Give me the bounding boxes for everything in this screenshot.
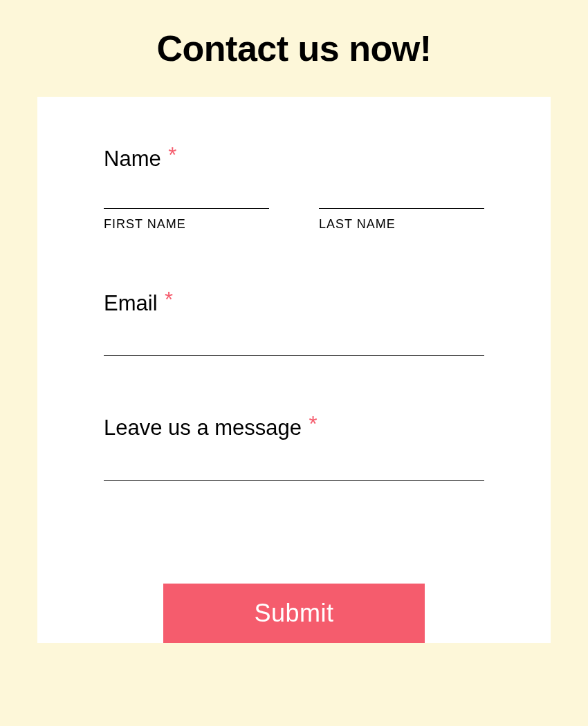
email-label: Email bbox=[104, 291, 158, 316]
message-label: Leave us a message bbox=[104, 416, 302, 440]
page-title: Contact us now! bbox=[0, 0, 588, 97]
first-name-input[interactable] bbox=[104, 184, 269, 209]
required-asterisk-icon: * bbox=[165, 288, 173, 313]
contact-form-card: Name * FIRST NAME LAST NAME Email * Leav… bbox=[37, 97, 551, 643]
email-input[interactable] bbox=[104, 331, 484, 356]
required-asterisk-icon: * bbox=[168, 143, 176, 168]
name-field-group: Name * FIRST NAME LAST NAME bbox=[104, 147, 484, 232]
message-field-group: Leave us a message * bbox=[104, 416, 484, 481]
name-label: Name bbox=[104, 147, 161, 171]
first-name-column: FIRST NAME bbox=[104, 184, 269, 232]
message-input[interactable] bbox=[104, 456, 484, 481]
submit-button[interactable]: Submit bbox=[163, 584, 425, 643]
name-row: FIRST NAME LAST NAME bbox=[104, 184, 484, 232]
email-field-group: Email * bbox=[104, 291, 484, 356]
submit-wrap: Submit bbox=[37, 584, 551, 643]
first-name-sublabel: FIRST NAME bbox=[104, 217, 269, 232]
last-name-column: LAST NAME bbox=[319, 184, 484, 232]
last-name-sublabel: LAST NAME bbox=[319, 217, 484, 232]
required-asterisk-icon: * bbox=[309, 412, 318, 437]
last-name-input[interactable] bbox=[319, 184, 484, 209]
